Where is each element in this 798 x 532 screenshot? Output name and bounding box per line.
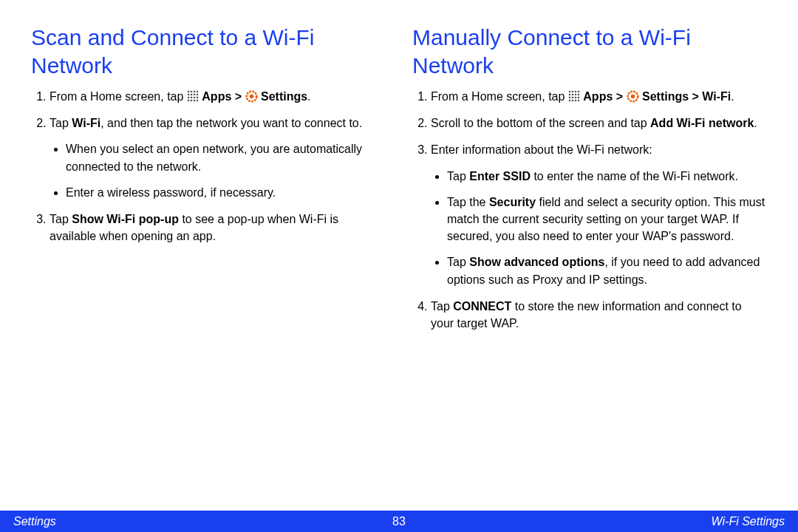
svg-point-31: [572, 100, 574, 102]
apps-label: Apps: [202, 90, 231, 103]
svg-point-26: [569, 97, 571, 99]
svg-point-14: [194, 100, 196, 102]
svg-point-0: [188, 91, 190, 93]
left-steps: From a Home screen, tap Apps > Settings.…: [31, 88, 386, 245]
svg-point-6: [194, 94, 196, 96]
svg-point-29: [578, 97, 580, 99]
svg-point-9: [191, 97, 193, 99]
svg-point-24: [575, 94, 577, 96]
svg-point-25: [578, 94, 580, 96]
apps-grid-icon: [187, 89, 199, 101]
right-column: Manually Connect to a Wi-Fi Network From…: [412, 24, 767, 341]
wifi-label: Wi-Fi: [72, 117, 100, 129]
svg-point-30: [569, 100, 571, 102]
settings-label: Settings: [642, 90, 689, 103]
svg-point-2: [194, 91, 196, 93]
footer-left: Settings: [13, 515, 56, 528]
svg-point-22: [569, 94, 571, 96]
connect-label: CONNECT: [453, 300, 511, 313]
period: .: [307, 90, 310, 103]
svg-point-8: [188, 97, 190, 99]
svg-point-17: [249, 95, 253, 98]
text: Tap: [447, 256, 469, 268]
gt: >: [231, 90, 245, 103]
svg-point-28: [575, 97, 577, 99]
text: Tap: [50, 117, 72, 129]
svg-point-20: [575, 91, 577, 93]
show-wifi-popup-label: Show Wi-Fi pop-up: [72, 213, 179, 225]
enter-ssid-label: Enter SSID: [469, 170, 531, 183]
svg-point-19: [572, 91, 574, 93]
left-step-2: Tap Wi-Fi, and then tap the network you …: [50, 115, 386, 201]
wifi-label: Wi-Fi: [702, 90, 731, 103]
left-step-1: From a Home screen, tap Apps > Settings.: [50, 88, 386, 105]
sub-item: Tap Enter SSID to enter the name of the …: [447, 168, 767, 185]
sub-item: Tap Show advanced options, if you need t…: [447, 253, 767, 287]
svg-point-3: [197, 91, 199, 93]
text: Tap: [447, 170, 469, 183]
right-step-4: Tap CONNECT to store the new information…: [431, 298, 767, 332]
gt: >: [613, 90, 626, 103]
text: , and then tap the network you want to c…: [100, 117, 362, 129]
settings-gear-icon: [245, 90, 258, 103]
settings-gear-icon: [627, 90, 639, 103]
security-label: Security: [489, 196, 536, 208]
left-step-3: Tap Show Wi-Fi pop-up to see a pop-up wh…: [50, 211, 386, 245]
text: Tap: [50, 213, 72, 225]
left-column: Scan and Connect to a Wi-Fi Network From…: [31, 24, 386, 341]
right-step-3: Enter information about the Wi-Fi networ…: [431, 141, 767, 287]
apps-label: Apps: [583, 90, 613, 103]
period: .: [731, 90, 734, 103]
svg-point-5: [191, 94, 193, 96]
svg-point-18: [569, 91, 571, 93]
text: Tap the: [447, 196, 489, 208]
right-step-2: Scroll to the bottom of the screen and t…: [431, 115, 767, 132]
svg-point-33: [578, 100, 580, 102]
footer-right: Wi-Fi Settings: [712, 515, 785, 528]
right-title: Manually Connect to a Wi-Fi Network: [412, 24, 767, 79]
svg-point-21: [578, 91, 580, 93]
text: to enter the name of the Wi-Fi network.: [531, 170, 738, 183]
apps-grid-icon: [568, 89, 580, 101]
svg-point-32: [575, 100, 577, 102]
sub-item: Tap the Security field and select a secu…: [447, 194, 767, 245]
sub-item: Enter a wireless password, if necessary.: [66, 184, 386, 201]
svg-point-1: [191, 91, 193, 93]
svg-point-11: [197, 97, 199, 99]
text: Enter information about the Wi-Fi networ…: [431, 143, 652, 156]
svg-point-35: [630, 95, 634, 98]
text: Tap: [431, 300, 453, 313]
svg-point-7: [197, 94, 199, 96]
svg-point-12: [188, 100, 190, 102]
left-step-2-sub: When you select an open network, you are…: [50, 140, 386, 201]
right-step-3-sub: Tap Enter SSID to enter the name of the …: [431, 168, 767, 288]
svg-point-4: [188, 94, 190, 96]
show-advanced-label: Show advanced options: [469, 256, 604, 268]
add-wifi-network-label: Add Wi-Fi network: [650, 117, 754, 129]
svg-point-27: [572, 97, 574, 99]
text: From a Home screen, tap: [431, 90, 568, 103]
right-steps: From a Home screen, tap Apps > Settings …: [412, 88, 767, 332]
svg-point-15: [197, 100, 199, 102]
text: From a Home screen, tap: [50, 90, 187, 103]
settings-label: Settings: [261, 90, 307, 103]
page-number: 83: [392, 515, 406, 528]
svg-point-13: [191, 100, 193, 102]
period: .: [754, 117, 757, 129]
right-step-1: From a Home screen, tap Apps > Settings …: [431, 88, 767, 105]
text: Scroll to the bottom of the screen and t…: [431, 117, 650, 129]
svg-point-10: [194, 97, 196, 99]
svg-point-23: [572, 94, 574, 96]
gt2: >: [689, 90, 702, 103]
page-footer: Settings 83 Wi-Fi Settings: [0, 511, 798, 532]
sub-item: When you select an open network, you are…: [66, 140, 386, 174]
left-title: Scan and Connect to a Wi-Fi Network: [31, 24, 386, 79]
